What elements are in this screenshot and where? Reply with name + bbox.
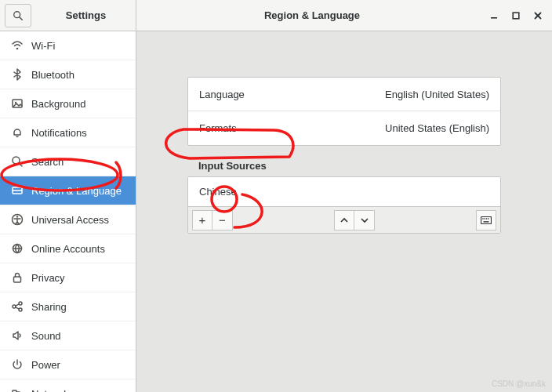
input-sources-panel: Chinese + − bbox=[187, 176, 501, 234]
svg-line-20 bbox=[16, 304, 20, 306]
sidebar-item-notifications[interactable]: Notifications bbox=[0, 118, 136, 147]
universal-access-icon bbox=[11, 213, 24, 226]
sidebar-item-label: Sound bbox=[31, 330, 61, 342]
svg-rect-29 bbox=[484, 221, 489, 222]
power-icon bbox=[11, 358, 24, 371]
sidebar-item-background[interactable]: Background bbox=[0, 89, 136, 118]
add-remove-group: + − bbox=[192, 210, 233, 230]
bluetooth-icon bbox=[11, 68, 24, 81]
titlebar-left: Settings bbox=[0, 0, 136, 31]
sidebar-item-online[interactable]: Online Accounts bbox=[0, 234, 136, 263]
sidebar-item-sound[interactable]: Sound bbox=[0, 321, 136, 350]
move-group bbox=[334, 210, 375, 230]
minimize-button[interactable] bbox=[488, 9, 500, 22]
svg-point-6 bbox=[16, 48, 19, 50]
sidebar-item-label: Background bbox=[31, 98, 85, 110]
settings-title: Settings bbox=[36, 9, 136, 21]
network-icon bbox=[11, 387, 24, 392]
sidebar-item-label: Network bbox=[31, 388, 69, 393]
svg-rect-28 bbox=[488, 218, 488, 219]
svg-rect-2 bbox=[491, 17, 497, 19]
sidebar-item-label: Online Accounts bbox=[31, 243, 105, 255]
window-controls bbox=[488, 9, 552, 22]
sidebar-item-label: Notifications bbox=[31, 127, 87, 139]
watermark: CSDN @xun&k bbox=[492, 379, 546, 388]
label: Language bbox=[199, 89, 245, 100]
input-sources-heading: Input Sources bbox=[187, 146, 501, 176]
sidebar-item-label: Universal Access bbox=[31, 214, 109, 226]
svg-rect-27 bbox=[486, 218, 487, 219]
input-source-label: Chinese bbox=[199, 186, 237, 198]
sidebar-item-region[interactable]: Region & Language bbox=[0, 176, 136, 205]
sidebar[interactable]: Wi-FiBluetoothBackgroundNotificationsSea… bbox=[0, 31, 136, 392]
sidebar-item-ua[interactable]: Universal Access bbox=[0, 205, 136, 234]
language-row[interactable]: Language English (United States) bbox=[188, 78, 500, 111]
keyboard-icon bbox=[481, 216, 492, 224]
titlebar-right: Region & Language bbox=[136, 0, 552, 31]
sidebar-item-bluetooth[interactable]: Bluetooth bbox=[0, 60, 136, 89]
label: Formats bbox=[199, 122, 237, 134]
page-title: Region & Language bbox=[136, 9, 488, 21]
minimize-icon bbox=[490, 12, 498, 20]
svg-line-1 bbox=[20, 16, 23, 20]
sound-icon bbox=[11, 329, 24, 342]
formats-row[interactable]: Formats United States (English) bbox=[188, 111, 500, 145]
move-down-button[interactable] bbox=[354, 210, 375, 230]
svg-line-10 bbox=[19, 163, 22, 166]
value: English (United States) bbox=[385, 89, 489, 100]
svg-rect-3 bbox=[513, 13, 519, 19]
svg-rect-24 bbox=[481, 216, 492, 223]
svg-rect-16 bbox=[14, 277, 21, 282]
svg-rect-25 bbox=[482, 218, 483, 219]
chevron-down-icon bbox=[360, 216, 369, 225]
input-source-row[interactable]: Chinese bbox=[188, 177, 500, 206]
wifi-icon bbox=[11, 39, 24, 52]
sidebar-item-privacy[interactable]: Privacy bbox=[0, 263, 136, 292]
sidebar-item-power[interactable]: Power bbox=[0, 350, 136, 379]
svg-point-14 bbox=[16, 216, 18, 217]
sidebar-item-label: Sharing bbox=[31, 301, 67, 313]
sidebar-item-wifi[interactable]: Wi-Fi bbox=[0, 31, 136, 60]
search-icon bbox=[11, 155, 24, 168]
notifications-icon bbox=[11, 126, 24, 139]
close-icon bbox=[534, 12, 542, 20]
sidebar-item-network[interactable]: Network bbox=[0, 379, 136, 392]
maximize-icon bbox=[512, 12, 520, 20]
add-input-source-button[interactable]: + bbox=[192, 210, 212, 230]
sidebar-item-label: Wi-Fi bbox=[31, 40, 55, 52]
titlebar: Settings Region & Language bbox=[0, 0, 552, 31]
value: United States (English) bbox=[385, 122, 489, 134]
sidebar-item-search[interactable]: Search bbox=[0, 147, 136, 176]
svg-line-21 bbox=[16, 307, 20, 309]
background-icon bbox=[11, 97, 24, 110]
sharing-icon bbox=[11, 300, 24, 313]
search-button[interactable] bbox=[5, 4, 31, 27]
remove-input-source-button[interactable]: − bbox=[212, 210, 233, 230]
sidebar-item-label: Region & Language bbox=[31, 185, 122, 197]
move-up-button[interactable] bbox=[334, 210, 354, 230]
sidebar-item-label: Privacy bbox=[31, 272, 65, 284]
region-icon bbox=[11, 184, 24, 197]
maximize-button[interactable] bbox=[510, 9, 522, 22]
search-icon bbox=[13, 10, 24, 21]
chevron-up-icon bbox=[340, 216, 349, 225]
close-button[interactable] bbox=[532, 9, 544, 22]
sidebar-item-label: Search bbox=[31, 156, 64, 168]
region-panel: Language English (United States) Formats… bbox=[187, 77, 501, 146]
sidebar-item-label: Power bbox=[31, 359, 60, 371]
sidebar-item-sharing[interactable]: Sharing bbox=[0, 292, 136, 321]
keyboard-layout-button[interactable] bbox=[476, 210, 496, 230]
main-content: Language English (United States) Formats… bbox=[136, 31, 552, 392]
online-accounts-icon bbox=[11, 242, 24, 255]
svg-rect-26 bbox=[485, 218, 485, 219]
privacy-icon bbox=[11, 271, 24, 284]
sidebar-item-label: Bluetooth bbox=[31, 69, 74, 81]
input-sources-toolbar: + − bbox=[188, 206, 500, 233]
